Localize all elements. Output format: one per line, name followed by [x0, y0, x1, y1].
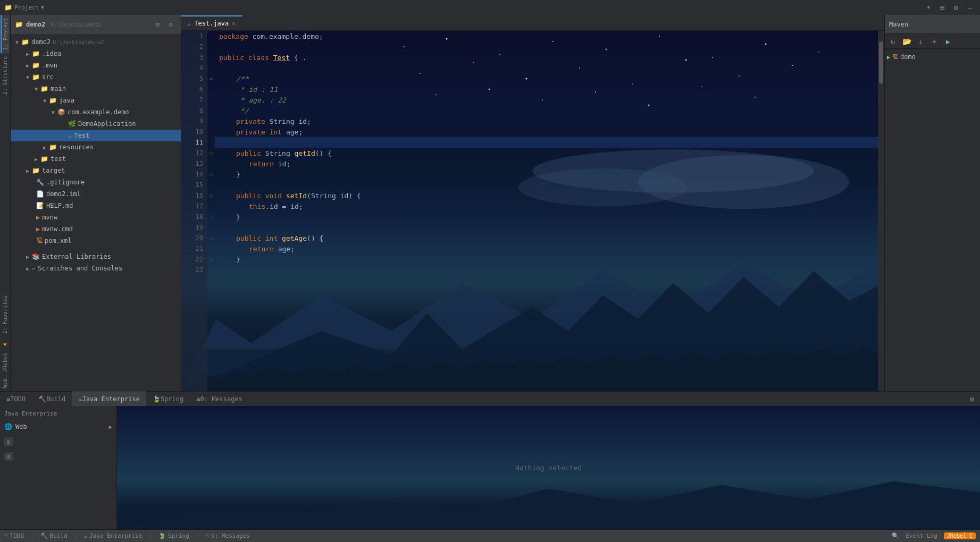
search-status-btn[interactable]: 🔍: [892, 532, 899, 539]
collapse-all-btn[interactable]: ⊟: [152, 19, 164, 30]
maven-plus-btn[interactable]: +: [928, 36, 940, 47]
bottom-icon-btn-1[interactable]: ⊞: [4, 437, 13, 446]
tree-pomxml[interactable]: 🏗 pom.xml: [11, 235, 181, 247]
tree-demo-app[interactable]: 🌿 DemoApplication: [11, 118, 181, 130]
tree-test[interactable]: ☕ Test: [11, 130, 181, 141]
code-line-23: [215, 265, 878, 275]
tab-close-btn[interactable]: ×: [232, 20, 236, 27]
editor-tabs: ☕ Test.java ×: [181, 15, 884, 31]
code-line-9: private String id;: [215, 116, 878, 126]
root-label: demo2: [31, 38, 51, 46]
tree-resources[interactable]: ▶ 📁 resources: [11, 141, 181, 153]
sync-button[interactable]: ☀: [923, 2, 934, 13]
maven-run-btn[interactable]: ▶: [942, 36, 954, 47]
maven-refresh-btn[interactable]: ↻: [887, 36, 899, 47]
minimize-button[interactable]: —: [964, 2, 976, 13]
ln-15: 15: [181, 180, 207, 190]
tree-iml[interactable]: 📄 demo2.iml: [11, 188, 181, 200]
bottom-main-panel: Nothing selected: [117, 406, 980, 529]
code-line-22: }: [215, 254, 878, 265]
fold-3: [207, 52, 215, 63]
maven-add-btn[interactable]: 📂: [901, 36, 912, 47]
tree-mvnw[interactable]: ▶ mvnw: [11, 211, 181, 223]
md-icon: 📝: [36, 202, 44, 209]
messages-tab[interactable]: ≡ 0: Messages: [190, 392, 249, 406]
tab-test-java[interactable]: ☕ Test.java ×: [181, 15, 242, 30]
favorites-tab[interactable]: 2: Favorites: [1, 292, 9, 337]
tree-target[interactable]: ▶ 📁 target: [11, 165, 181, 176]
tree-src[interactable]: ▼ 📁 src: [11, 71, 181, 83]
web-item[interactable]: 🌐 Web ▶: [4, 420, 112, 433]
tree-mvnwcmd[interactable]: ▶ mvnw.cmd: [11, 223, 181, 235]
jrebel-badge: JRebel C: [944, 532, 976, 539]
structure-tab[interactable]: 2: Structure: [1, 53, 9, 98]
scrollbar-thumb[interactable]: [879, 41, 883, 84]
pomxml-icon: 🏗: [36, 237, 43, 244]
code-line-11: [215, 137, 878, 148]
todo-status[interactable]: ≡ TODO: [4, 532, 24, 539]
line-numbers: 1 2 3 4 5 6 7 8 9 10 11 12 13 14: [181, 31, 207, 391]
build-status[interactable]: 🔨 Build: [40, 532, 68, 539]
ln-2: 2: [181, 41, 207, 52]
jrebel-side-tab[interactable]: JRebel: [1, 350, 9, 375]
enterprise-tab[interactable]: ☕ Java Enterprise: [72, 392, 146, 406]
spring-status[interactable]: 🍃 Spring: [158, 532, 189, 539]
ln-7: 7: [181, 95, 207, 105]
editor-scrollbar[interactable]: [878, 31, 884, 391]
bottom-settings-btn[interactable]: ⚙: [966, 393, 978, 405]
favorites-star[interactable]: ★: [2, 337, 8, 350]
ln-8: 8: [181, 105, 207, 116]
event-log-status[interactable]: Event Log: [906, 532, 937, 539]
build-tab[interactable]: 🔨 Build: [32, 392, 72, 406]
fold-6: [207, 84, 215, 95]
tree-main[interactable]: ▼ 📁 main: [11, 83, 181, 95]
tree-external-libs[interactable]: ▶ 📚 External Libraries: [11, 251, 181, 262]
project-root-path: D:\Desktop\demo2: [51, 22, 102, 28]
title-bar-project[interactable]: 📁 Project ▼: [4, 4, 44, 11]
settings-button[interactable]: ⚙: [950, 2, 962, 13]
fold-5[interactable]: ≡: [207, 73, 215, 84]
tree-idea[interactable]: ▶ 📁 .idea: [11, 48, 181, 60]
fold-14[interactable]: ○: [207, 169, 215, 180]
maven-demo-item[interactable]: ▶ 🏗 demo: [887, 51, 978, 63]
bottom-icon-btn-2[interactable]: ⊞: [4, 452, 13, 461]
messages-status[interactable]: ≡ 0: Messages: [205, 532, 249, 539]
jrebel-status[interactable]: JRebel C: [944, 532, 976, 539]
fold-13: [207, 158, 215, 169]
java-enterprise-status[interactable]: ☕ Java Enterprise: [84, 532, 143, 539]
todo-tab[interactable]: ≡ TODO: [0, 392, 32, 406]
app-container: 📁 Project ▼ ☀ ⊞ ⚙ — 1: Project 2: Struct…: [0, 0, 980, 542]
project-header-icon: 📁: [15, 21, 23, 28]
todo-status-label: TODO: [10, 532, 24, 539]
tree-help[interactable]: 📝 HELP.md: [11, 200, 181, 211]
code-wrapper: 1 2 3 4 5 6 7 8 9 10 11 12 13 14: [181, 31, 878, 391]
maven-toolbar: ↻ 📂 ↓ + ▶: [885, 34, 980, 49]
tree-test-folder[interactable]: ▶ 📁 test: [11, 153, 181, 165]
fold-16[interactable]: ○: [207, 190, 215, 201]
ln-19: 19: [181, 222, 207, 233]
fold-7: [207, 95, 215, 105]
project-tab[interactable]: 1: Project: [1, 15, 10, 53]
code-line-16: public void setId(String id) {: [215, 190, 878, 201]
fold-12[interactable]: ○: [207, 148, 215, 158]
fold-20[interactable]: ○: [207, 233, 215, 243]
tree-gitignore[interactable]: 🔧 .gitignore: [11, 176, 181, 188]
spring-status-label: Spring: [168, 532, 189, 539]
spring-tab[interactable]: 🍃 Spring: [146, 392, 190, 406]
fold-gutter: ≡ ○ ○ ○ ○: [207, 31, 215, 391]
tree-java[interactable]: ▼ 📁 java: [11, 95, 181, 106]
layout-button[interactable]: ⊞: [936, 2, 948, 13]
code-editor[interactable]: package com.example.demo; public class T…: [215, 31, 878, 391]
fold-18[interactable]: ○: [207, 211, 215, 222]
tree-package[interactable]: ▼ 📦 com.example.demo: [11, 106, 181, 118]
tree-scratches[interactable]: ▶ ✏ Scratches and Consoles: [11, 262, 181, 274]
code-line-21: return age;: [215, 243, 878, 254]
maven-download-btn[interactable]: ↓: [915, 36, 926, 47]
fold-22[interactable]: ○: [207, 254, 215, 265]
tree-mvn[interactable]: ▶ 📁 .mvn: [11, 60, 181, 71]
web-side-tab[interactable]: Web: [1, 375, 9, 391]
mvnw-icon: ▶: [36, 214, 40, 221]
settings-tree-btn[interactable]: ⚙: [165, 19, 177, 30]
fold-17: [207, 201, 215, 211]
tree-root[interactable]: ▼ 📁 demo2 D:\Desktop\demo2: [11, 36, 181, 48]
